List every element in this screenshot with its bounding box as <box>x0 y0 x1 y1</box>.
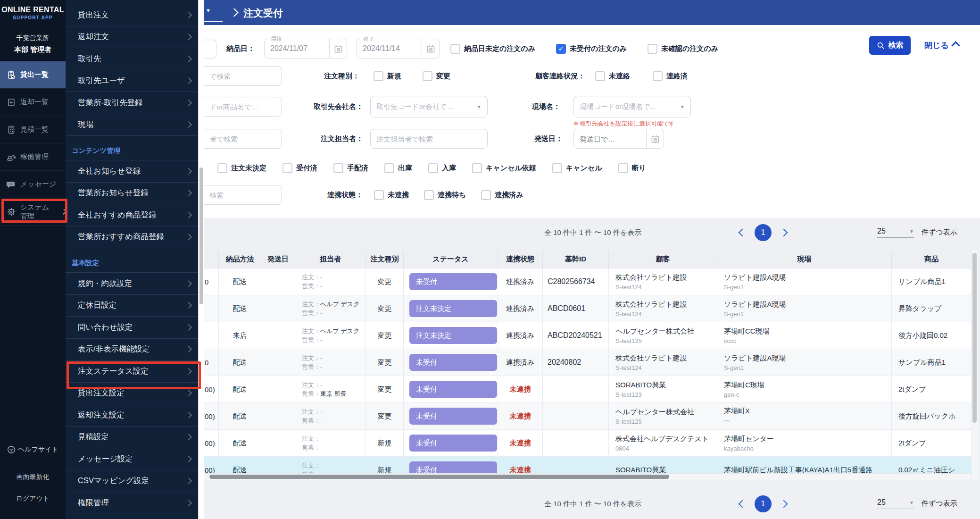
checkbox[interactable] <box>450 44 460 54</box>
current-page-button[interactable]: 1 <box>755 495 772 512</box>
calendar-icon[interactable] <box>422 39 439 58</box>
flyout-item-4[interactable]: 営業所-取引先登録 <box>66 92 199 114</box>
flyout-item-10[interactable]: 営業所おすすめ商品登録 <box>66 226 199 249</box>
checkbox[interactable] <box>653 71 663 81</box>
flyout-item-13[interactable]: 定休日設定 <box>66 295 199 317</box>
flyout-item-8[interactable]: 営業所お知らせ登録 <box>66 183 199 205</box>
flyout-item-7[interactable]: 全社お知らせ登録 <box>66 160 199 183</box>
checkbox[interactable] <box>648 44 657 54</box>
checkbox-option[interactable]: 未連携 <box>374 190 409 200</box>
calendar-icon[interactable] <box>646 129 664 148</box>
flyout-item-22[interactable]: 権限管理 <box>66 492 199 514</box>
sidebar-item-return-list[interactable]: 返却一覧 <box>0 89 66 116</box>
checkbox-option[interactable]: キャンセル <box>552 163 602 173</box>
checked-checkbox[interactable]: ✓ <box>556 44 566 54</box>
sidebar-footer-help-site[interactable]: ?ヘルプサイト <box>0 445 66 454</box>
client-company-select[interactable]: 取引先コードor会社で… ▼ <box>370 96 488 117</box>
checkbox[interactable] <box>423 71 432 81</box>
checkbox-option[interactable]: 手配済 <box>333 163 368 173</box>
table-row[interactable]: 0配送注文：-営業：-変更未受付連携済みC2802566734株式会社ソラビト建… <box>204 268 972 295</box>
checkbox-option[interactable]: 出庫 <box>384 163 412 173</box>
site-name-select[interactable]: 現場コードor現場名で… ▼ <box>573 96 691 117</box>
horizontal-scrollbar-thumb[interactable] <box>209 475 669 479</box>
checkbox-option[interactable]: 受付済 <box>282 163 317 173</box>
sidebar-footer-screen-refresh[interactable]: 画面最新化 <box>0 473 66 481</box>
vertical-scrollbar-thumb[interactable] <box>972 253 977 423</box>
clipped-product-input[interactable] <box>204 97 282 117</box>
checkbox-option[interactable]: ✓未受付の注文のみ <box>556 44 627 54</box>
checkbox[interactable] <box>552 163 562 173</box>
checkbox[interactable] <box>481 190 491 200</box>
clipped-staff-input[interactable] <box>204 129 282 149</box>
flyout-item-15[interactable]: 表示/非表示機能設定 <box>66 339 199 361</box>
checkbox-option[interactable]: 連携済み <box>481 190 523 200</box>
clipped-keyword-input[interactable] <box>204 185 282 205</box>
checkbox-option[interactable]: キャンセル依頼 <box>472 163 536 173</box>
table-row[interactable]: 0配送注文：-営業：-変更未受付連携済み20240802株式会社ソラビト建設S-… <box>204 349 972 376</box>
checkbox-option[interactable]: 未連絡 <box>595 71 630 81</box>
flyout-item-2[interactable]: 取引先 <box>66 48 199 70</box>
checkbox-option[interactable]: 連携待ち <box>424 190 466 200</box>
flyout-item-5[interactable]: 現場 <box>66 114 199 136</box>
table-row[interactable]: 00)配送注文：-営業：-新規未受付未連携株式会社ヘルプデスクテスト0804茅場… <box>204 430 972 457</box>
checkbox-option[interactable]: 注文未決定 <box>217 163 266 173</box>
checkbox[interactable] <box>333 163 343 173</box>
flyout-item-17[interactable]: 貸出注文設定 <box>66 383 199 405</box>
flyout-scrollbar[interactable] <box>198 0 204 519</box>
prev-page-icon[interactable] <box>739 500 747 508</box>
checkbox[interactable] <box>282 163 292 173</box>
checkbox[interactable] <box>374 190 384 200</box>
checkbox[interactable] <box>384 163 394 173</box>
checkbox[interactable] <box>217 163 227 173</box>
checkbox[interactable] <box>595 71 605 81</box>
page-size-select[interactable]: 25 ▼ <box>877 227 914 238</box>
breadcrumb-select-caret-icon[interactable]: ▼ <box>206 8 211 13</box>
checkbox[interactable] <box>424 190 434 200</box>
search-button[interactable]: 検索 <box>869 36 911 55</box>
flyout-item-9[interactable]: 全社おすすめ商品登録 <box>66 204 199 226</box>
flyout-item-0[interactable]: 貸出注文 <box>66 4 199 26</box>
table-row[interactable]: 00)配送注文：-営業：-変更未受付未連携ヘルプセンター株式会社S-test12… <box>204 403 972 430</box>
next-page-icon[interactable] <box>780 500 788 508</box>
prev-page-icon[interactable] <box>739 228 747 236</box>
horizontal-scrollbar[interactable] <box>204 473 972 480</box>
delivery-date-start-field[interactable]: 開始 <box>264 39 347 59</box>
table-row[interactable]: 配送注文：ヘルプ デスク営業：-変更注文未決定連携済みABCD0601株式会社ソ… <box>204 295 972 322</box>
sidebar-item-system-admin[interactable]: システム管理 <box>0 198 66 226</box>
sidebar-footer-logout[interactable]: ログアウト <box>0 494 66 503</box>
flyout-item-1[interactable]: 返却注文 <box>66 26 199 49</box>
clipped-search-input[interactable] <box>204 66 282 86</box>
flyout-item-16[interactable]: 注文ステータス設定 <box>66 360 199 383</box>
checkbox[interactable] <box>618 163 628 173</box>
sidebar-item-operation-mgmt[interactable]: 稼働管理 <box>0 143 66 171</box>
table-row[interactable]: 00)配送注文：-営業：東京 所長変更未受付未連携SORABITO興業S-tes… <box>204 376 972 403</box>
flyout-item-18[interactable]: 返却注文設定 <box>66 404 199 427</box>
order-staff-input[interactable] <box>370 129 488 149</box>
checkbox-option[interactable]: 断り <box>618 163 646 173</box>
checkbox-option[interactable]: 入庫 <box>428 163 456 173</box>
checkbox-option[interactable]: 変更 <box>423 71 450 81</box>
checkbox[interactable] <box>472 163 482 173</box>
flyout-item-19[interactable]: 見積設定 <box>66 427 199 449</box>
checkbox-option[interactable]: 連絡済 <box>653 71 688 81</box>
flyout-item-14[interactable]: 問い合わせ設定 <box>66 317 199 339</box>
close-filter-link[interactable]: 閉じる <box>924 36 959 55</box>
ship-date-field[interactable] <box>573 129 664 149</box>
sidebar-item-rental-list[interactable]: 貸出一覧 <box>0 61 66 89</box>
page-size-select[interactable]: 25 ▼ <box>877 498 914 509</box>
sidebar-item-messages[interactable]: メッセージ <box>0 171 66 198</box>
flyout-scrollbar-thumb[interactable] <box>199 167 203 304</box>
flyout-item-20[interactable]: メッセージ設定 <box>66 448 199 470</box>
ship-date-input[interactable] <box>574 129 646 148</box>
checkbox-option[interactable]: 納品日未定の注文のみ <box>450 44 535 54</box>
vertical-scrollbar[interactable] <box>972 250 978 481</box>
flyout-item-12[interactable]: 規約・約款設定 <box>66 273 199 295</box>
sidebar-item-estimate-list[interactable]: 見積一覧 <box>0 116 66 143</box>
table-row[interactable]: 来店注文：ヘルプ デスク営業：-変更注文未決定連携済みABCD20240521ヘ… <box>204 322 972 349</box>
checkbox-option[interactable]: 未確認の注文のみ <box>648 44 718 54</box>
checkbox[interactable] <box>428 163 438 173</box>
table-row[interactable]: 00)配送注文：-営業：新規未受付未連携SORABITO興業茅場町駅前ビル新設工… <box>204 457 972 475</box>
flyout-item-21[interactable]: CSVマッピング設定 <box>66 470 199 493</box>
flyout-item-3[interactable]: 取引先ユーザ <box>66 70 199 92</box>
checkbox[interactable] <box>374 71 383 81</box>
